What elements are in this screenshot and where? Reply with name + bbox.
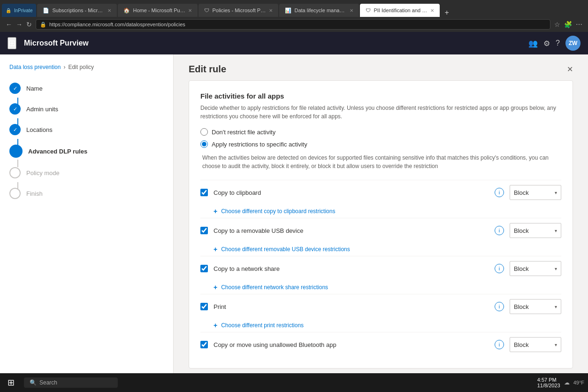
rule-panel: File activities for all apps Decide whet… bbox=[189, 80, 573, 369]
lock-icon: 🔒 bbox=[40, 22, 46, 28]
expand-print-restrictions[interactable]: + Choose different print restrictions bbox=[200, 319, 561, 332]
chevron-down-icon-usb: ▾ bbox=[555, 228, 557, 233]
checkbox-print[interactable] bbox=[200, 303, 208, 310]
breadcrumb-parent-link[interactable]: Data loss prevention bbox=[9, 64, 61, 70]
restriction-note: When the activities below are detected o… bbox=[200, 154, 561, 170]
browser-menu[interactable]: ⋯ bbox=[576, 21, 582, 28]
step-locations[interactable]: ✓ Locations bbox=[9, 119, 164, 140]
section-heading: File activities for all apps bbox=[200, 92, 561, 100]
dropdown-value-print: Block bbox=[514, 303, 529, 310]
checkbox-copy-usb[interactable] bbox=[200, 227, 208, 234]
step-admin-units[interactable]: ✓ Admin units bbox=[9, 99, 164, 119]
tab-close-1[interactable]: ✕ bbox=[107, 8, 111, 13]
expand-network-label: Choose different network share restricti… bbox=[221, 284, 328, 291]
radio-dont-restrict-input[interactable] bbox=[200, 128, 208, 136]
tab-close-5[interactable]: ✕ bbox=[430, 8, 434, 13]
tab-3[interactable]: 🛡 Policies - Microsoft Purview ✕ bbox=[199, 4, 278, 17]
activity-row-bluetooth: Copy or move using unallowed Bluetooth a… bbox=[200, 332, 561, 357]
checkbox-copy-network[interactable] bbox=[200, 265, 208, 272]
tab-favicon-3: 🛡 bbox=[204, 8, 209, 13]
dropdown-copy-usb[interactable]: Block ▾ bbox=[510, 223, 561, 238]
address-input[interactable]: 🔒 https://compliance.microsoft.com/datal… bbox=[36, 19, 550, 30]
expand-clipboard-restrictions[interactable]: + Choose different copy to clipboard res… bbox=[200, 205, 561, 218]
tab-5[interactable]: 🛡 PII Identification and Minimizati... ✕ bbox=[360, 4, 440, 17]
step-label-admin-units: Admin units bbox=[26, 106, 58, 113]
address-bar: ← → ↻ 🔒 https://compliance.microsoft.com… bbox=[0, 17, 588, 32]
step-finish[interactable]: Finish bbox=[9, 183, 164, 199]
settings-icon[interactable]: ⚙ bbox=[543, 39, 550, 48]
tab-2[interactable]: 🏠 Home - Microsoft Purview ✕ bbox=[118, 4, 198, 17]
waffle-menu-button[interactable]: ⊞ bbox=[8, 37, 16, 49]
step-name[interactable]: ✓ Name bbox=[9, 78, 164, 99]
step-label-policy-mode: Policy mode bbox=[26, 169, 60, 177]
tab-favicon: 📄 bbox=[43, 8, 49, 14]
dropdown-copy-network[interactable]: Block ▾ bbox=[510, 261, 561, 276]
app-name: Microsoft Purview bbox=[24, 39, 89, 47]
step-circle-policy-mode bbox=[9, 167, 21, 178]
extensions-button[interactable]: 🧩 bbox=[564, 21, 572, 28]
info-icon-copy-clipboard[interactable]: i bbox=[495, 188, 504, 197]
help-people-icon[interactable]: 👥 bbox=[528, 39, 538, 48]
radio-apply-restrictions-input[interactable] bbox=[200, 140, 208, 148]
new-tab-button[interactable]: + bbox=[441, 8, 452, 17]
plus-icon-network: + bbox=[214, 284, 217, 291]
tab-close-2[interactable]: ✕ bbox=[188, 8, 192, 13]
activity-label-bluetooth: Copy or move using unallowed Bluetooth a… bbox=[214, 341, 489, 348]
header-icons: 👥 ⚙ ? ZW bbox=[528, 36, 580, 51]
step-policy-mode[interactable]: Policy mode bbox=[9, 162, 164, 183]
radio-dont-restrict[interactable]: Don't restrict file activity bbox=[200, 128, 561, 136]
dropdown-value-copy-usb: Block bbox=[514, 227, 529, 234]
panel-title: Edit rule bbox=[189, 64, 226, 75]
tab-label-3: Policies - Microsoft Purview bbox=[212, 8, 266, 13]
tab-close-3[interactable]: ✕ bbox=[269, 8, 273, 13]
activity-label-copy-clipboard: Copy to clipboard bbox=[214, 189, 489, 196]
favorites-button[interactable]: ☆ bbox=[554, 21, 560, 28]
checkbox-bluetooth[interactable] bbox=[200, 341, 208, 348]
avatar[interactable]: ZW bbox=[565, 36, 580, 51]
section-description: Decide whether to apply restrictions for… bbox=[200, 104, 561, 121]
activity-label-print: Print bbox=[214, 303, 489, 310]
inprivate-icon: 🔒 bbox=[6, 8, 11, 13]
expand-usb-restrictions[interactable]: + Choose different removable USB device … bbox=[200, 243, 561, 256]
dropdown-print[interactable]: Block ▾ bbox=[510, 299, 561, 314]
tab-favicon-5: 🛡 bbox=[366, 8, 371, 13]
reload-button[interactable]: ↻ bbox=[26, 21, 32, 28]
tab-label-2: Home - Microsoft Purview bbox=[133, 8, 185, 13]
step-advanced-dlp[interactable]: Advanced DLP rules bbox=[9, 140, 164, 162]
breadcrumb: Data loss prevention › Edit policy bbox=[0, 64, 173, 78]
taskbar: ⊞ 🔍 Search 4:57 PM11/8/2023 ☁ 49°F bbox=[0, 373, 588, 375]
radio-apply-restrictions[interactable]: Apply restrictions to specific activity bbox=[200, 140, 561, 148]
step-label-finish: Finish bbox=[26, 190, 43, 197]
app-header: ⊞ Microsoft Purview 👥 ⚙ ? ZW bbox=[0, 32, 588, 54]
info-icon-copy-network[interactable]: i bbox=[495, 264, 504, 273]
radio-dont-restrict-label: Don't restrict file activity bbox=[212, 129, 275, 136]
activity-label-copy-usb: Copy to a removable USB device bbox=[214, 227, 489, 234]
sidebar: Data loss prevention › Edit policy ✓ Nam… bbox=[0, 54, 174, 375]
chevron-down-icon-bluetooth: ▾ bbox=[555, 342, 557, 347]
back-button[interactable]: ← bbox=[6, 21, 12, 28]
activity-row-print: Print i Block ▾ bbox=[200, 294, 561, 319]
expand-network-restrictions[interactable]: + Choose different network share restric… bbox=[200, 281, 561, 294]
tab-bar: 🔒 InPrivate 📄 Subscriptions - Microsoft … bbox=[0, 0, 588, 17]
tab-favicon-2: 🏠 bbox=[123, 8, 130, 14]
tab-1[interactable]: 📄 Subscriptions - Microsoft 365 a... ✕ bbox=[37, 4, 117, 17]
activity-row-copy-network: Copy to a network share i Block ▾ bbox=[200, 256, 561, 281]
activity-row-copy-clipboard: Copy to clipboard i Block ▾ bbox=[200, 180, 561, 205]
browser-inprivate[interactable]: 🔒 InPrivate bbox=[2, 4, 36, 17]
checkbox-copy-clipboard[interactable] bbox=[200, 189, 208, 196]
radio-apply-restrictions-label: Apply restrictions to specific activity bbox=[212, 141, 307, 148]
radio-group: Don't restrict file activity Apply restr… bbox=[200, 128, 561, 148]
help-icon[interactable]: ? bbox=[556, 39, 560, 47]
dropdown-copy-clipboard[interactable]: Block ▾ bbox=[510, 185, 561, 200]
forward-button[interactable]: → bbox=[16, 21, 23, 28]
activity-row-copy-usb: Copy to a removable USB device i Block ▾ bbox=[200, 218, 561, 243]
info-icon-copy-usb[interactable]: i bbox=[495, 226, 504, 235]
tab-4[interactable]: 📊 Data lifecycle management - M... ✕ bbox=[279, 4, 359, 17]
tab-close-4[interactable]: ✕ bbox=[350, 8, 353, 13]
info-icon-bluetooth[interactable]: i bbox=[495, 340, 504, 349]
close-button[interactable]: ✕ bbox=[567, 65, 573, 74]
step-label-name: Name bbox=[26, 85, 43, 92]
info-icon-print[interactable]: i bbox=[495, 302, 504, 311]
dropdown-bluetooth[interactable]: Block ▾ bbox=[510, 337, 561, 352]
step-circle-locations: ✓ bbox=[9, 124, 21, 135]
